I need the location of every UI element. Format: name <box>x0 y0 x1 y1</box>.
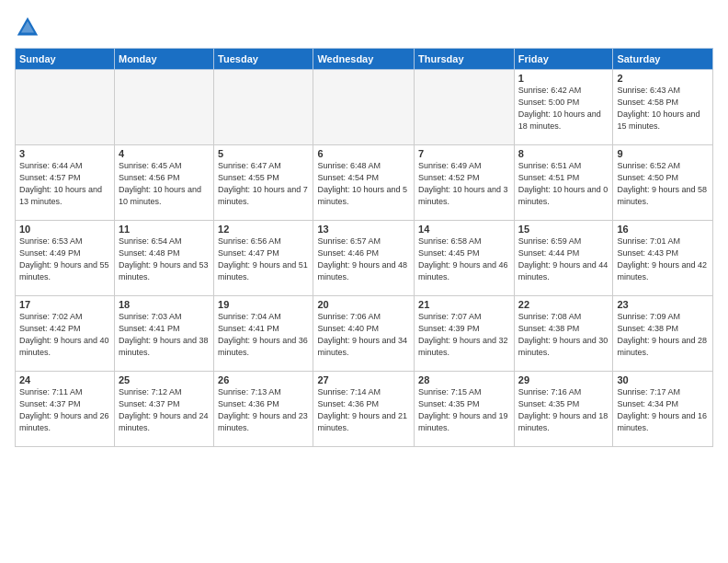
day-info: Sunrise: 6:52 AM Sunset: 4:50 PM Dayligh… <box>617 160 709 208</box>
calendar-cell: 8Sunrise: 6:51 AM Sunset: 4:51 PM Daylig… <box>514 145 613 221</box>
day-number: 5 <box>218 148 309 159</box>
col-header-thursday: Thursday <box>415 49 515 70</box>
calendar-cell: 23Sunrise: 7:09 AM Sunset: 4:38 PM Dayli… <box>613 296 713 372</box>
calendar-cell: 2Sunrise: 6:43 AM Sunset: 4:58 PM Daylig… <box>613 70 713 145</box>
day-number: 23 <box>617 299 709 310</box>
col-header-tuesday: Tuesday <box>214 49 313 70</box>
day-number: 1 <box>518 73 609 84</box>
day-number: 4 <box>119 148 210 159</box>
calendar-cell: 27Sunrise: 7:14 AM Sunset: 4:36 PM Dayli… <box>313 372 415 447</box>
day-number: 20 <box>317 299 410 310</box>
day-info: Sunrise: 6:54 AM Sunset: 4:48 PM Dayligh… <box>119 236 210 283</box>
day-info: Sunrise: 6:59 AM Sunset: 4:44 PM Dayligh… <box>518 236 609 283</box>
day-info: Sunrise: 7:13 AM Sunset: 4:36 PM Dayligh… <box>218 386 309 434</box>
calendar-cell: 22Sunrise: 7:08 AM Sunset: 4:38 PM Dayli… <box>514 296 613 372</box>
col-header-wednesday: Wednesday <box>313 49 415 70</box>
calendar-cell: 12Sunrise: 6:56 AM Sunset: 4:47 PM Dayli… <box>214 221 313 296</box>
calendar-cell: 7Sunrise: 6:49 AM Sunset: 4:52 PM Daylig… <box>415 145 515 221</box>
calendar: SundayMondayTuesdayWednesdayThursdayFrid… <box>15 48 713 447</box>
week-row-1: 3Sunrise: 6:44 AM Sunset: 4:57 PM Daylig… <box>16 145 713 221</box>
day-info: Sunrise: 7:17 AM Sunset: 4:34 PM Dayligh… <box>617 386 709 434</box>
day-info: Sunrise: 6:45 AM Sunset: 4:56 PM Dayligh… <box>119 160 210 208</box>
day-number: 29 <box>518 374 609 385</box>
day-number: 24 <box>19 374 110 385</box>
day-info: Sunrise: 7:14 AM Sunset: 4:36 PM Dayligh… <box>317 386 410 434</box>
logo <box>15 15 44 40</box>
calendar-cell: 16Sunrise: 7:01 AM Sunset: 4:43 PM Dayli… <box>613 221 713 296</box>
calendar-cell: 30Sunrise: 7:17 AM Sunset: 4:34 PM Dayli… <box>613 372 713 447</box>
day-info: Sunrise: 7:09 AM Sunset: 4:38 PM Dayligh… <box>617 311 709 359</box>
day-info: Sunrise: 7:07 AM Sunset: 4:39 PM Dayligh… <box>418 311 510 359</box>
calendar-cell: 10Sunrise: 6:53 AM Sunset: 4:49 PM Dayli… <box>16 221 115 296</box>
day-number: 11 <box>119 224 210 235</box>
day-number: 8 <box>518 148 609 159</box>
day-number: 13 <box>317 224 410 235</box>
day-number: 2 <box>617 73 709 84</box>
day-info: Sunrise: 7:03 AM Sunset: 4:41 PM Dayligh… <box>119 311 210 359</box>
day-number: 14 <box>418 224 510 235</box>
day-number: 10 <box>19 224 110 235</box>
day-info: Sunrise: 6:53 AM Sunset: 4:49 PM Dayligh… <box>19 236 110 283</box>
calendar-cell: 1Sunrise: 6:42 AM Sunset: 5:00 PM Daylig… <box>514 70 613 145</box>
week-row-2: 10Sunrise: 6:53 AM Sunset: 4:49 PM Dayli… <box>16 221 713 296</box>
calendar-cell: 26Sunrise: 7:13 AM Sunset: 4:36 PM Dayli… <box>214 372 313 447</box>
col-header-saturday: Saturday <box>613 49 713 70</box>
day-info: Sunrise: 7:08 AM Sunset: 4:38 PM Dayligh… <box>518 311 609 359</box>
day-number: 26 <box>218 374 309 385</box>
calendar-cell: 4Sunrise: 6:45 AM Sunset: 4:56 PM Daylig… <box>114 145 213 221</box>
calendar-cell: 24Sunrise: 7:11 AM Sunset: 4:37 PM Dayli… <box>16 372 115 447</box>
day-number: 9 <box>617 148 709 159</box>
calendar-cell: 9Sunrise: 6:52 AM Sunset: 4:50 PM Daylig… <box>613 145 713 221</box>
week-row-3: 17Sunrise: 7:02 AM Sunset: 4:42 PM Dayli… <box>16 296 713 372</box>
calendar-cell <box>16 70 115 145</box>
day-info: Sunrise: 7:01 AM Sunset: 4:43 PM Dayligh… <box>617 236 709 283</box>
day-info: Sunrise: 6:47 AM Sunset: 4:55 PM Dayligh… <box>218 160 309 208</box>
day-info: Sunrise: 7:15 AM Sunset: 4:35 PM Dayligh… <box>418 386 510 434</box>
day-number: 17 <box>19 299 110 310</box>
day-info: Sunrise: 6:56 AM Sunset: 4:47 PM Dayligh… <box>218 236 309 283</box>
day-info: Sunrise: 6:48 AM Sunset: 4:54 PM Dayligh… <box>317 160 410 208</box>
day-number: 30 <box>617 374 709 385</box>
day-info: Sunrise: 7:02 AM Sunset: 4:42 PM Dayligh… <box>19 311 110 359</box>
col-header-sunday: Sunday <box>16 49 115 70</box>
day-info: Sunrise: 6:49 AM Sunset: 4:52 PM Dayligh… <box>418 160 510 208</box>
calendar-cell: 20Sunrise: 7:06 AM Sunset: 4:40 PM Dayli… <box>313 296 415 372</box>
calendar-cell <box>114 70 213 145</box>
day-info: Sunrise: 7:12 AM Sunset: 4:37 PM Dayligh… <box>119 386 210 434</box>
day-number: 28 <box>418 374 510 385</box>
day-info: Sunrise: 7:06 AM Sunset: 4:40 PM Dayligh… <box>317 311 410 359</box>
calendar-cell: 19Sunrise: 7:04 AM Sunset: 4:41 PM Dayli… <box>214 296 313 372</box>
day-info: Sunrise: 6:44 AM Sunset: 4:57 PM Dayligh… <box>19 160 110 208</box>
day-number: 22 <box>518 299 609 310</box>
calendar-cell: 25Sunrise: 7:12 AM Sunset: 4:37 PM Dayli… <box>114 372 213 447</box>
day-number: 3 <box>19 148 110 159</box>
week-row-0: 1Sunrise: 6:42 AM Sunset: 5:00 PM Daylig… <box>16 70 713 145</box>
calendar-cell: 13Sunrise: 6:57 AM Sunset: 4:46 PM Dayli… <box>313 221 415 296</box>
calendar-cell: 15Sunrise: 6:59 AM Sunset: 4:44 PM Dayli… <box>514 221 613 296</box>
day-number: 6 <box>317 148 410 159</box>
calendar-cell: 6Sunrise: 6:48 AM Sunset: 4:54 PM Daylig… <box>313 145 415 221</box>
calendar-header-row: SundayMondayTuesdayWednesdayThursdayFrid… <box>16 49 713 70</box>
calendar-cell: 11Sunrise: 6:54 AM Sunset: 4:48 PM Dayli… <box>114 221 213 296</box>
logo-icon <box>15 15 40 40</box>
day-info: Sunrise: 7:16 AM Sunset: 4:35 PM Dayligh… <box>518 386 609 434</box>
header <box>15 15 713 40</box>
day-number: 21 <box>418 299 510 310</box>
col-header-monday: Monday <box>114 49 213 70</box>
day-number: 7 <box>418 148 510 159</box>
calendar-cell: 29Sunrise: 7:16 AM Sunset: 4:35 PM Dayli… <box>514 372 613 447</box>
calendar-cell: 18Sunrise: 7:03 AM Sunset: 4:41 PM Dayli… <box>114 296 213 372</box>
day-info: Sunrise: 7:04 AM Sunset: 4:41 PM Dayligh… <box>218 311 309 359</box>
week-row-4: 24Sunrise: 7:11 AM Sunset: 4:37 PM Dayli… <box>16 372 713 447</box>
day-info: Sunrise: 7:11 AM Sunset: 4:37 PM Dayligh… <box>19 386 110 434</box>
calendar-cell: 3Sunrise: 6:44 AM Sunset: 4:57 PM Daylig… <box>16 145 115 221</box>
day-number: 18 <box>119 299 210 310</box>
day-number: 12 <box>218 224 309 235</box>
day-number: 19 <box>218 299 309 310</box>
day-info: Sunrise: 6:57 AM Sunset: 4:46 PM Dayligh… <box>317 236 410 283</box>
page: SundayMondayTuesdayWednesdayThursdayFrid… <box>0 0 728 563</box>
day-info: Sunrise: 6:42 AM Sunset: 5:00 PM Dayligh… <box>518 85 609 132</box>
calendar-cell: 17Sunrise: 7:02 AM Sunset: 4:42 PM Dayli… <box>16 296 115 372</box>
day-number: 25 <box>119 374 210 385</box>
calendar-cell: 5Sunrise: 6:47 AM Sunset: 4:55 PM Daylig… <box>214 145 313 221</box>
